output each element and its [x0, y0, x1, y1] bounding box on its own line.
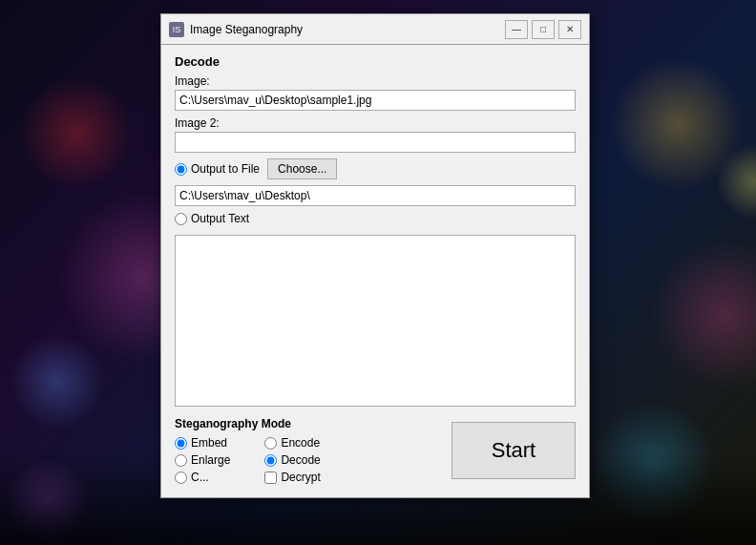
app-icon: IS — [169, 22, 184, 37]
mode-options-left: Embed Enlarge C... — [175, 436, 230, 484]
minimize-button[interactable]: — — [505, 20, 528, 39]
encode-radio[interactable] — [264, 437, 277, 450]
choose-button[interactable]: Choose... — [267, 158, 337, 179]
third-radio[interactable] — [175, 472, 187, 484]
window-controls: — □ ✕ — [505, 20, 581, 39]
decrypt-label-text: Decrypt — [281, 471, 320, 484]
decode-radio[interactable] — [264, 454, 277, 467]
window-title: Image Steganography — [190, 23, 505, 36]
output-file-row: Output to File Choose... — [175, 158, 576, 179]
image2-input[interactable] — [175, 132, 576, 153]
image2-label: Image 2: — [175, 116, 576, 130]
app-window: IS Image Steganography — □ ✕ Decode Imag… — [160, 13, 590, 498]
image-label: Image: — [175, 74, 576, 88]
image-input[interactable] — [175, 90, 576, 111]
output-text-radio-label[interactable]: Output Text — [175, 212, 249, 225]
decrypt-checkbox-label[interactable]: Decrypt — [264, 471, 320, 484]
output-to-file-radio-label[interactable]: Output to File — [175, 162, 260, 176]
steg-mode-box: Steganography Mode Embed Enlarge — [175, 417, 442, 484]
embed-radio[interactable] — [175, 437, 187, 450]
title-bar: IS Image Steganography — □ ✕ — [160, 13, 590, 44]
output-text-row: Output Text — [175, 212, 576, 225]
encode-label-text: Encode — [281, 436, 320, 450]
third-label-text: C... — [191, 471, 209, 484]
output-path-input[interactable] — [175, 185, 576, 206]
decode-section-label: Decode — [175, 54, 576, 69]
close-button[interactable]: ✕ — [558, 20, 581, 39]
third-radio-label[interactable]: C... — [175, 471, 230, 484]
encode-decode-options: Encode Decode Decrypt — [264, 436, 320, 484]
output-to-file-radio[interactable] — [175, 163, 187, 176]
output-text-label-text: Output Text — [191, 212, 249, 225]
output-to-file-label-text: Output to File — [191, 162, 260, 176]
window-body: Decode Image: Image 2: Output to File Ch… — [160, 44, 590, 498]
start-button[interactable]: Start — [452, 422, 576, 479]
maximize-button[interactable]: □ — [532, 20, 555, 39]
output-text-radio[interactable] — [175, 213, 187, 225]
enlarge-label-text: Enlarge — [191, 453, 230, 467]
output-textarea[interactable] — [175, 235, 576, 407]
encode-radio-label[interactable]: Encode — [264, 436, 320, 450]
decode-label-text: Decode — [281, 453, 320, 467]
bottom-section: Steganography Mode Embed Enlarge — [175, 417, 576, 484]
decrypt-checkbox[interactable] — [264, 472, 277, 484]
enlarge-radio[interactable] — [175, 454, 187, 467]
steg-mode-title: Steganography Mode — [175, 417, 442, 430]
decode-radio-label[interactable]: Decode — [264, 453, 320, 467]
enlarge-radio-label[interactable]: Enlarge — [175, 453, 230, 467]
embed-radio-label[interactable]: Embed — [175, 436, 230, 450]
embed-label-text: Embed — [191, 436, 227, 450]
start-button-wrapper: Start — [452, 417, 576, 484]
